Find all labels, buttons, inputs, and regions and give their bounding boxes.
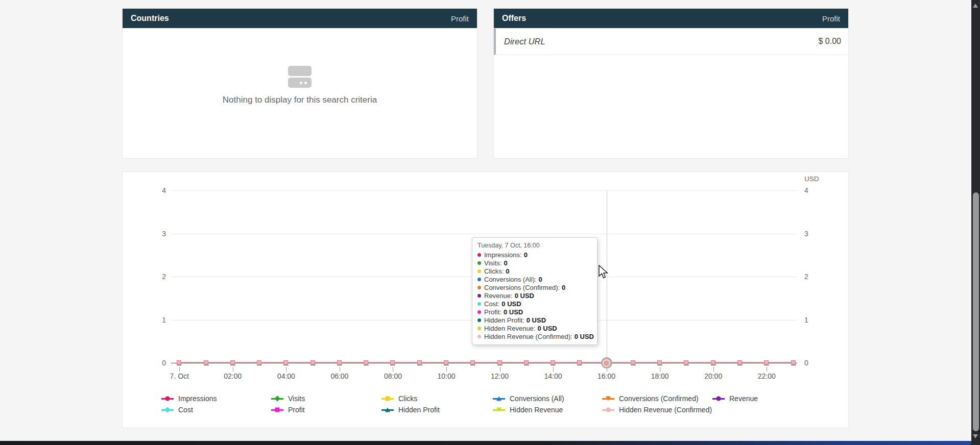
chart-data-point[interactable] — [363, 359, 369, 366]
data-point-marker-icon — [631, 360, 635, 365]
right-axis-tick-label: 1 — [804, 315, 808, 325]
chart-panel: USD 44332211007. Oct02:0004:0006:0008:00… — [123, 172, 848, 428]
gridline — [171, 234, 797, 234]
tooltip-metric-label: Clicks: — [484, 267, 504, 275]
chart-data-point[interactable] — [390, 359, 396, 366]
tooltip-bullet-icon — [477, 286, 481, 289]
legend-item-revenue[interactable]: Revenue — [712, 394, 758, 403]
legend-marker — [381, 395, 394, 402]
legend-item-clicks[interactable]: Clicks — [381, 394, 417, 403]
tooltip-metric-value: 0 — [562, 284, 565, 291]
tooltip-bullet-icon — [477, 278, 481, 281]
card-placeholder-icon-bottom — [288, 78, 312, 88]
legend-tri-down-marker-icon — [606, 397, 611, 401]
chart-data-point[interactable] — [657, 359, 663, 366]
x-axis-tick — [286, 367, 286, 372]
tooltip-metric-row: Impressions:0 — [477, 251, 592, 259]
legend-square-marker-icon — [275, 408, 280, 412]
offers-rows: Direct URL$ 0.00 — [494, 28, 848, 55]
x-axis-tick — [233, 367, 233, 372]
x-axis-tick — [179, 367, 180, 372]
chart-data-point[interactable] — [710, 359, 716, 366]
scrollbar-thumb[interactable] — [973, 192, 979, 431]
countries-panel: Countries Profit Nothing to display for … — [123, 9, 477, 158]
tooltip-metric-value: 0 USD — [504, 308, 523, 316]
legend-marker — [493, 407, 505, 413]
legend-marker — [381, 407, 394, 413]
legend-circle-marker-icon — [716, 397, 721, 401]
legend-tri-down-marker-icon — [496, 408, 501, 412]
tooltip-metric-label: Impressions: — [484, 251, 522, 259]
tooltip-metric-label: Revenue: — [484, 292, 513, 300]
scroll-up-arrow-icon[interactable] — [973, 4, 978, 8]
legend-item-impressions[interactable]: Impressions — [161, 394, 217, 403]
tooltip-metric-value: 0 — [539, 276, 542, 283]
page-vertical-scrollbar[interactable] — [971, 0, 980, 445]
hovered-data-point[interactable] — [601, 357, 612, 368]
chart-data-point[interactable] — [577, 359, 583, 366]
offer-name[interactable]: Direct URL — [504, 37, 545, 46]
legend-marker — [161, 407, 174, 413]
legend-item-visits[interactable]: Visits — [271, 394, 305, 403]
legend-label: Revenue — [729, 394, 758, 403]
legend-item-conversions-all[interactable]: Conversions (All) — [493, 394, 564, 403]
countries-metric-column-label[interactable]: Profit — [451, 14, 469, 23]
chart-data-point[interactable] — [630, 359, 636, 366]
offers-metric-column-label[interactable]: Profit — [822, 14, 840, 23]
chart-data-point[interactable] — [523, 359, 530, 366]
chart-data-point[interactable] — [176, 359, 182, 366]
chart-data-point[interactable] — [203, 359, 209, 366]
chart-data-point[interactable] — [337, 359, 343, 366]
legend-item-conversions-confirmed[interactable]: Conversions (Confirmed) — [602, 394, 699, 403]
tooltip-metric-label: Hidden Revenue (Confirmed): — [484, 333, 572, 340]
data-point-marker-icon — [177, 360, 181, 365]
scroll-down-arrow-icon[interactable] — [973, 434, 978, 438]
tooltip-metric-row: Hidden Revenue:0 USD — [477, 324, 592, 332]
chart-data-point[interactable] — [470, 359, 476, 366]
legend-item-profit[interactable]: Profit — [271, 406, 305, 414]
legend-item-hidden-revenue[interactable]: Hidden Revenue — [493, 406, 563, 414]
legend-circle-marker-icon — [165, 397, 170, 401]
chart-data-point[interactable] — [230, 359, 236, 366]
x-axis-tick — [767, 367, 767, 372]
chart-tooltip: Tuesday, 7 Oct, 16:00 Impressions:0Visit… — [472, 237, 597, 345]
legend-label: Hidden Profit — [398, 406, 440, 414]
mouse-arrow-cursor — [598, 265, 610, 279]
chart-data-point[interactable] — [763, 359, 770, 366]
tooltip-metric-label: Profit: — [484, 308, 501, 316]
legend-item-cost[interactable]: Cost — [161, 406, 193, 414]
data-point-marker-icon — [737, 360, 742, 365]
legend-diamond-marker-icon — [274, 395, 280, 401]
data-point-marker-icon — [497, 360, 502, 365]
chart-data-point[interactable] — [443, 359, 449, 366]
chart-data-point[interactable] — [310, 359, 316, 366]
countries-panel-title: Countries — [131, 14, 169, 23]
tooltip-metric-value: 0 USD — [527, 316, 546, 324]
x-axis-tick-label: 06:00 — [317, 372, 363, 380]
dashboard-page: Countries Profit Nothing to display for … — [0, 0, 980, 445]
chart-data-point[interactable] — [283, 359, 289, 366]
chart-data-point[interactable] — [550, 359, 556, 366]
data-point-marker-icon — [337, 360, 342, 365]
tooltip-bullet-icon — [477, 294, 481, 298]
offer-row[interactable]: Direct URL$ 0.00 — [494, 28, 848, 55]
tooltip-title: Tuesday, 7 Oct, 16:00 — [477, 242, 592, 249]
tooltip-bullet-icon — [477, 335, 481, 338]
right-axis-tick-label: 2 — [804, 272, 808, 281]
legend-item-hidden-profit[interactable]: Hidden Profit — [381, 406, 440, 414]
chart-data-point[interactable] — [737, 359, 743, 366]
data-point-marker-icon — [283, 360, 288, 365]
right-axis-tick-label: 3 — [804, 229, 808, 238]
chart-data-point[interactable] — [791, 359, 797, 366]
chart-data-point[interactable] — [683, 359, 689, 366]
data-point-marker-icon — [470, 360, 475, 365]
legend-item-hidden-revenue-confirmed[interactable]: Hidden Revenue (Confirmed) — [602, 406, 712, 414]
hovered-point-core — [604, 360, 609, 366]
legend-tri-up-marker-icon — [496, 397, 501, 401]
x-axis-tick-label: 20:00 — [690, 372, 736, 380]
legend-label: Conversions (All) — [510, 394, 564, 403]
chart-data-point[interactable] — [417, 359, 423, 366]
chart-data-point[interactable] — [256, 359, 262, 366]
x-axis-tick — [500, 367, 500, 372]
chart-data-point[interactable] — [497, 359, 503, 366]
